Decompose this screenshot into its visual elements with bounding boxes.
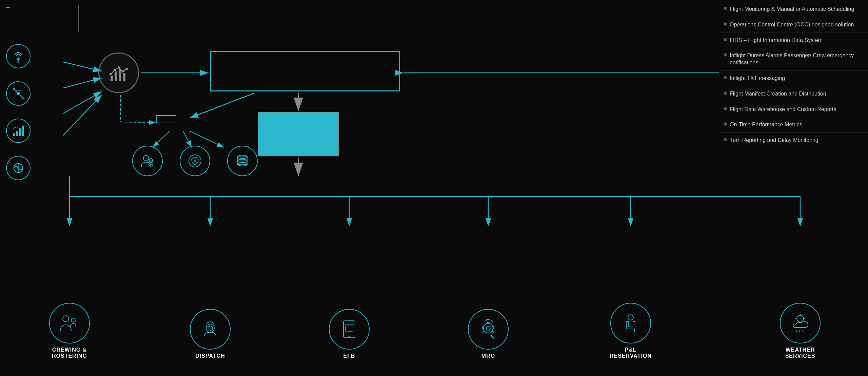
source-cellular xyxy=(6,119,37,143)
bi-circle xyxy=(180,146,210,176)
dynamic-data xyxy=(98,53,139,96)
svg-rect-8 xyxy=(19,128,21,136)
adsb-icon-circle xyxy=(6,44,31,68)
dispatch-circle xyxy=(190,309,231,350)
logo-reach xyxy=(6,7,10,8)
analytics-box xyxy=(156,115,176,123)
dw-circle xyxy=(227,146,258,176)
pl-reservation-circle xyxy=(610,303,651,343)
crewing-circle xyxy=(49,303,90,343)
svg-line-44 xyxy=(120,122,156,123)
efb-label: EFB xyxy=(343,353,355,359)
right-list-item-5: Flight Manifest Creation and Distributio… xyxy=(719,86,868,102)
svg-point-3 xyxy=(17,92,20,95)
right-list-text-3: Inflight Duress Alarms Passenger/ Crew e… xyxy=(730,52,863,66)
svg-rect-17 xyxy=(123,73,125,81)
source-adsb xyxy=(6,44,37,68)
other-icon xyxy=(12,162,25,174)
dw-icon xyxy=(234,153,251,169)
svg-rect-6 xyxy=(13,133,15,136)
svg-point-69 xyxy=(484,323,493,333)
bi-icon xyxy=(187,153,203,169)
bottom-item-crewing: CREWING & ROSTERING xyxy=(49,303,90,359)
right-list-text-6: Flight Data Warehouse and Custom Reports xyxy=(730,106,836,113)
logo-area xyxy=(6,6,11,11)
svg-rect-16 xyxy=(119,69,121,81)
svg-point-13 xyxy=(17,167,19,169)
svg-line-40 xyxy=(63,91,102,113)
sources-column xyxy=(6,44,37,180)
satellite-icon xyxy=(12,87,25,100)
svg-point-61 xyxy=(71,318,75,322)
svg-point-60 xyxy=(63,316,69,322)
svg-line-50 xyxy=(183,131,192,147)
analytics-icons xyxy=(132,146,258,179)
svg-line-27 xyxy=(151,164,152,165)
right-list-text-4: Inflight TXT messaging xyxy=(730,75,785,82)
svg-line-81 xyxy=(803,330,803,332)
mro-label: MRO xyxy=(481,353,495,359)
mro-circle xyxy=(468,309,509,350)
ana-bi xyxy=(180,146,210,179)
svg-line-51 xyxy=(190,131,224,147)
svg-point-22 xyxy=(126,68,128,70)
bottom-item-pl-reservation: P&L RESERVATION xyxy=(610,303,651,359)
satellite-icon-circle xyxy=(6,81,31,106)
svg-point-29 xyxy=(194,160,196,162)
bullet-dot-6 xyxy=(724,107,727,110)
bullet-dot-7 xyxy=(724,122,727,126)
svg-point-70 xyxy=(486,326,490,330)
source-other xyxy=(6,156,37,180)
bottom-item-efb: EFB xyxy=(329,309,370,359)
pl-reservation-label: P&L RESERVATION xyxy=(610,347,652,359)
svg-rect-7 xyxy=(16,131,18,136)
crewing-label: CREWING & ROSTERING xyxy=(52,347,87,359)
weather-circle xyxy=(780,303,821,343)
svg-line-80 xyxy=(800,330,800,332)
bullet-dot-3 xyxy=(724,53,727,57)
bottom-item-weather: WEATHER SERVICES xyxy=(780,303,821,359)
svg-line-41 xyxy=(63,95,102,135)
svg-rect-14 xyxy=(111,76,113,81)
right-list-item-7: On-Time Performance Metrics xyxy=(719,117,868,133)
svg-point-71 xyxy=(628,315,633,320)
adsb-icon xyxy=(12,50,25,63)
ana-ops-occ xyxy=(132,146,163,179)
right-list-item-6: Flight Data Warehouse and Custom Reports xyxy=(719,102,868,118)
right-list-text-8: Turn Reporting and Delay Monitoring xyxy=(730,137,818,144)
ana-dw xyxy=(227,146,258,179)
right-list-text-0: Flight Monitoring & Manual or Automatic … xyxy=(730,6,854,13)
svg-point-19 xyxy=(114,69,116,71)
svg-line-49 xyxy=(153,131,170,147)
ops-occ-icon xyxy=(139,153,156,169)
right-list-text-5: Flight Manifest Creation and Distributio… xyxy=(730,90,826,98)
bottom-item-dispatch: DISPATCH xyxy=(190,309,231,359)
svg-rect-9 xyxy=(22,126,24,136)
dispatch-label: DISPATCH xyxy=(195,353,225,359)
right-list-item-2: FIDS – Flight Information Data System xyxy=(719,33,868,48)
bullet-dot-8 xyxy=(724,138,727,141)
svg-rect-68 xyxy=(346,326,353,331)
right-list-item-4: Inflight TXT messaging xyxy=(719,71,868,86)
svg-line-45 xyxy=(190,93,254,118)
bullet-dot-5 xyxy=(724,91,727,95)
xdi-box xyxy=(258,112,339,156)
svg-point-62 xyxy=(206,324,214,332)
svg-line-38 xyxy=(63,62,102,71)
bottom-item-mro: MRO xyxy=(468,309,509,359)
bullet-dot-1 xyxy=(724,22,727,26)
bullet-dot-4 xyxy=(724,76,727,79)
svg-point-67 xyxy=(349,336,350,337)
day-ops-box xyxy=(210,51,400,91)
right-list-text-7: On-Time Performance Metrics xyxy=(730,121,802,128)
other-icon-circle xyxy=(6,156,31,180)
svg-line-79 xyxy=(796,330,797,332)
svg-point-20 xyxy=(118,66,120,68)
svg-point-74 xyxy=(797,315,804,322)
bullet-dot-0 xyxy=(724,7,727,10)
dd-icon xyxy=(108,62,130,84)
right-list-text-1: Operations Control Centre (OCC) designed… xyxy=(730,21,854,28)
right-list-item-1: Operations Control Centre (OCC) designed… xyxy=(719,17,868,33)
svg-point-21 xyxy=(122,70,124,72)
svg-rect-15 xyxy=(115,71,117,81)
